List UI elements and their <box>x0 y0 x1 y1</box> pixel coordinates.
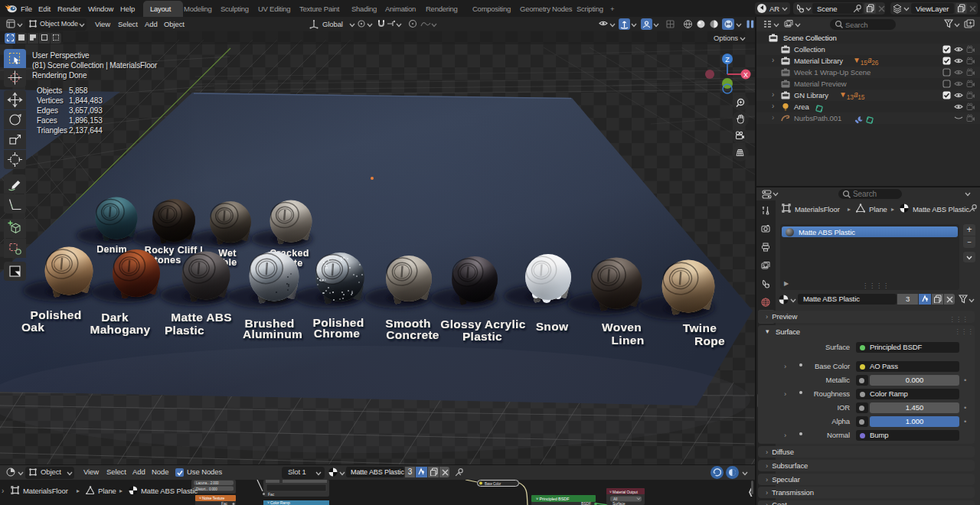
svg-text:˅ Material Output: ˅ Material Output <box>609 490 639 494</box>
svg-text:Woven: Woven <box>602 321 642 334</box>
svg-text:Rope: Rope <box>694 334 725 347</box>
svg-text:Snow: Snow <box>536 320 569 333</box>
svg-text:Fac: Fac <box>268 492 275 497</box>
svg-text:˅ Color Ramp: ˅ Color Ramp <box>267 500 290 505</box>
svg-text:Distort... 0.000: Distort... 0.000 <box>196 487 217 491</box>
svg-text:Lacuna... 2.000: Lacuna... 2.000 <box>196 481 219 485</box>
svg-text:Concrete: Concrete <box>386 328 439 341</box>
svg-text:Twine: Twine <box>683 321 717 334</box>
svg-text:BSDF: BSDF <box>581 501 591 505</box>
svg-text:Linen: Linen <box>612 334 645 347</box>
svg-text:Surface: Surface <box>612 501 626 505</box>
svg-text:Matte ABS: Matte ABS <box>171 311 232 324</box>
svg-text:Glossy Acrylic: Glossy Acrylic <box>440 318 525 331</box>
svg-text:Oak: Oak <box>21 321 44 334</box>
svg-text:Dark: Dark <box>101 311 129 324</box>
svg-text:Z: Z <box>725 56 730 64</box>
svg-text:˅ Principled BSDF: ˅ Principled BSDF <box>536 497 570 501</box>
svg-text:Base Color: Base Color <box>485 482 501 486</box>
svg-text:˅ Noise Texture: ˅ Noise Texture <box>199 496 225 500</box>
svg-text:Mahogany: Mahogany <box>90 323 150 336</box>
svg-text:Chrome: Chrome <box>314 327 360 340</box>
svg-text:tones: tones <box>155 255 181 266</box>
svg-text:Plastic: Plastic <box>165 324 204 337</box>
svg-text:Aluminum: Aluminum <box>243 327 302 340</box>
svg-text:Polished: Polished <box>31 308 82 321</box>
svg-text:Fac: Fac <box>221 501 228 505</box>
svg-text:X: X <box>743 71 748 79</box>
svg-text:Plastic: Plastic <box>462 330 502 343</box>
